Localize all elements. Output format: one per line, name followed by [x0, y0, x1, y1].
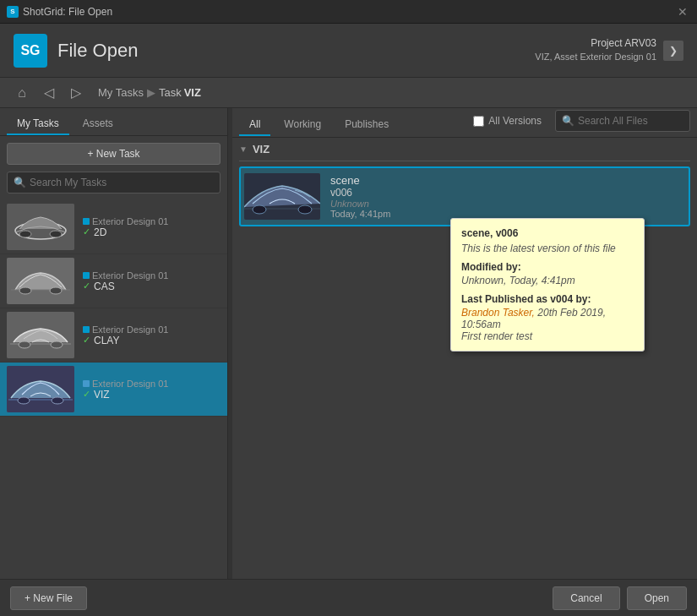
header-project: Project ARV03 VIZ, Asset Exterior Design… [535, 36, 656, 63]
tooltip: scene, v006 This is the latest version o… [450, 218, 645, 352]
tab-all[interactable]: All [239, 114, 270, 136]
new-file-button[interactable]: + New File [10, 586, 87, 610]
tab-publishes[interactable]: Publishes [335, 114, 399, 136]
check-icon-viz: ✓ [83, 389, 90, 400]
all-versions-container: All Versions [473, 115, 542, 127]
left-search-container: 🔍 [7, 172, 221, 194]
right-search-icon: 🔍 [562, 115, 574, 127]
tooltip-modified-by-value: Unknown, Today, 4:41pm [461, 275, 634, 286]
dot-icon-viz [83, 380, 90, 387]
svg-point-9 [51, 341, 63, 348]
tab-assets[interactable]: Assets [73, 113, 123, 135]
right-toolbar-right: All Versions 🔍 [466, 108, 690, 137]
app-logo: SG [14, 34, 47, 68]
task-parent-viz: Exterior Design 01 [83, 379, 221, 389]
task-list: Exterior Design 01 ✓ 2D [0, 200, 227, 579]
breadcrumb-current: VIZ [184, 86, 201, 99]
task-info-2d: Exterior Design 01 ✓ 2D [83, 216, 221, 238]
tooltip-title: scene, v006 [461, 227, 634, 239]
svg-point-2 [19, 231, 31, 237]
project-subtitle: VIZ, Asset Exterior Design 01 [535, 51, 656, 63]
back-button[interactable]: ◁ [37, 81, 61, 105]
project-name: Project ARV03 [535, 36, 656, 51]
open-button[interactable]: Open [627, 586, 687, 610]
section-chevron-icon[interactable]: ▼ [239, 144, 248, 154]
tooltip-latest-note: This is the latest version of this file [461, 243, 634, 254]
task-item-2d[interactable]: Exterior Design 01 ✓ 2D [0, 200, 227, 254]
left-search-input[interactable] [7, 172, 221, 194]
home-button[interactable]: ⌂ [10, 81, 34, 105]
all-versions-checkbox[interactable] [473, 116, 484, 127]
task-item-viz[interactable]: Exterior Design 01 ✓ VIZ [0, 363, 227, 417]
tooltip-published-by: Brandon Tasker, [461, 307, 535, 319]
task-thumb-cas [7, 258, 74, 304]
header: SG File Open Project ARV03 VIZ, Asset Ex… [0, 24, 697, 78]
close-button[interactable]: ✕ [675, 4, 690, 19]
back-icon: ◁ [44, 84, 54, 101]
file-name: scene [330, 174, 390, 187]
bottom-bar: + New File Cancel Open [0, 579, 697, 616]
right-search-input[interactable] [555, 110, 690, 132]
task-name-clay: ✓ CLAY [83, 335, 221, 346]
file-version: v006 [330, 187, 390, 199]
title-bar-text: ShotGrid: File Open [23, 6, 675, 18]
breadcrumb-link[interactable]: My Tasks [98, 86, 144, 99]
tab-my-tasks[interactable]: My Tasks [7, 113, 69, 135]
left-search-icon: 🔍 [14, 177, 26, 188]
task-thumb-clay [7, 312, 74, 358]
task-parent-clay: Exterior Design 01 [83, 324, 221, 335]
task-info-viz: Exterior Design 01 ✓ VIZ [83, 379, 221, 401]
tooltip-published-value: Brandon Tasker, 20th Feb 2019, 10:56am [461, 307, 634, 330]
breadcrumb: My Tasks ▶ Task VIZ [98, 86, 201, 99]
check-icon-cas: ✓ [83, 281, 90, 292]
svg-point-3 [50, 231, 62, 237]
svg-point-8 [19, 341, 30, 348]
task-name-cas: ✓ CAS [83, 281, 221, 292]
file-date: Today, 4:41pm [330, 209, 390, 219]
left-tabs: My Tasks Assets [0, 108, 227, 136]
forward-button[interactable]: ▷ [64, 81, 88, 105]
check-icon-2d: ✓ [83, 226, 90, 237]
app-logo-small: S [7, 6, 19, 18]
title-bar: S ShotGrid: File Open ✕ [0, 0, 697, 24]
breadcrumb-task-label: Task [159, 86, 182, 99]
all-versions-label: All Versions [488, 115, 542, 127]
forward-icon: ▷ [71, 84, 81, 101]
svg-point-15 [298, 205, 312, 214]
file-section: ▼ VIZ s [232, 138, 697, 579]
right-tabs-container: All Working Publishes [239, 109, 402, 136]
cancel-button[interactable]: Cancel [553, 586, 619, 610]
file-info-scene: scene v006 Unknown Today, 4:41pm [330, 174, 390, 219]
tab-working[interactable]: Working [274, 114, 331, 136]
task-info-cas: Exterior Design 01 ✓ CAS [83, 270, 221, 292]
task-thumb-2d [7, 204, 74, 250]
header-title: File Open [57, 40, 535, 62]
svg-point-14 [253, 205, 266, 214]
nav-bar: ⌂ ◁ ▷ My Tasks ▶ Task VIZ [0, 78, 697, 108]
right-panel-toolbar: All Working Publishes All Versions 🔍 [232, 108, 697, 138]
new-task-button[interactable]: + New Task [7, 143, 221, 165]
home-icon: ⌂ [18, 85, 26, 101]
breadcrumb-separator: ▶ [147, 86, 155, 99]
task-item-clay[interactable]: Exterior Design 01 ✓ CLAY [0, 308, 227, 363]
svg-point-6 [50, 287, 62, 294]
file-author: Unknown [330, 199, 390, 209]
svg-point-12 [52, 397, 63, 404]
section-header-viz: ▼ VIZ [239, 138, 690, 161]
svg-point-11 [18, 397, 30, 404]
right-search-container: 🔍 [555, 110, 690, 132]
task-thumb-viz [7, 366, 74, 412]
task-name-2d: ✓ 2D [83, 226, 221, 238]
svg-point-5 [19, 287, 31, 294]
task-parent-2d: Exterior Design 01 [83, 216, 221, 226]
check-icon-clay: ✓ [83, 335, 90, 346]
dot-icon-clay [83, 326, 90, 333]
dot-icon-cas [83, 272, 90, 279]
bottom-right-buttons: Cancel Open [553, 586, 687, 610]
section-title-viz: VIZ [253, 143, 270, 155]
left-panel: My Tasks Assets + New Task 🔍 [0, 108, 228, 579]
header-nav-arrow[interactable]: ❯ [663, 41, 683, 61]
task-item-cas[interactable]: Exterior Design 01 ✓ CAS [0, 254, 227, 308]
tooltip-note: First render test [461, 330, 634, 342]
task-parent-cas: Exterior Design 01 [83, 270, 221, 281]
